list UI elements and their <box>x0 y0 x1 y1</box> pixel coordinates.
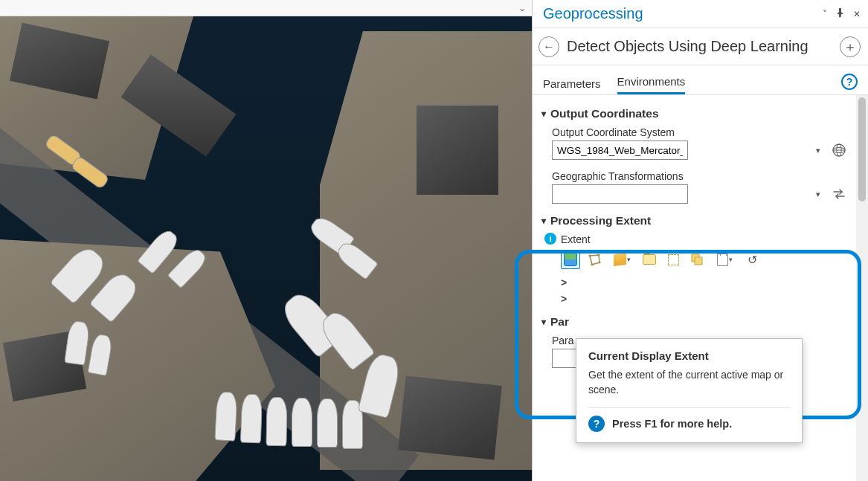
map-header: ⌄ <box>0 0 532 16</box>
info-icon[interactable]: i <box>544 233 556 245</box>
draw-extent-button[interactable] <box>585 250 604 269</box>
output-coordinate-system-label: Output Coordinate System <box>552 126 847 138</box>
chevron-down-icon: ▾ <box>541 317 546 327</box>
selection-extent-button[interactable] <box>663 250 683 269</box>
section-output-coordinates[interactable]: ▾ Output Coordinates <box>541 107 847 120</box>
tabs: Parameters Environments ? <box>533 65 868 95</box>
svg-point-5 <box>597 254 599 256</box>
panel-close-icon[interactable]: ✕ <box>853 9 861 19</box>
panel-title-bar: Geoprocessing ˅ ✕ <box>533 0 868 28</box>
clipboard-extent-button[interactable]: ▾ <box>711 250 738 269</box>
section-parallel[interactable]: ▾ Par <box>541 315 847 329</box>
transform-swap-icon[interactable] <box>831 186 847 202</box>
section-output-coordinates-label: Output Coordinates <box>550 107 659 120</box>
globe-icon[interactable] <box>831 142 847 158</box>
tool-name: Detect Objects Using Deep Learning <box>567 38 832 55</box>
dropdown-caret-icon[interactable]: ▾ <box>816 190 820 199</box>
panel-collapse-icon[interactable]: ˅ <box>823 9 827 19</box>
tooltip: Current Display Extent Get the extent of… <box>576 338 803 443</box>
reset-extent-button[interactable]: ↺ <box>742 250 762 269</box>
display-extent-icon <box>564 253 577 266</box>
chevron-right-icon: > <box>561 277 567 288</box>
tooltip-body: Get the extent of the current active map… <box>588 368 790 397</box>
svg-point-7 <box>591 263 593 265</box>
svg-rect-9 <box>695 257 702 265</box>
arrow-left-icon: ← <box>543 40 555 54</box>
tooltip-help: Press F1 for more help. <box>612 418 732 430</box>
map-viewport[interactable] <box>0 16 532 481</box>
panel-title: Geoprocessing <box>543 5 823 22</box>
svg-point-4 <box>588 254 591 256</box>
chevron-down-icon: ▾ <box>729 256 733 263</box>
add-button[interactable]: ＋ <box>840 36 861 57</box>
output-coordinate-system-input[interactable] <box>552 141 688 160</box>
selection-icon <box>668 254 679 265</box>
extent-of-layer-button[interactable]: ▾ <box>608 250 635 269</box>
union-icon <box>691 254 703 265</box>
extent-label: Extent <box>561 233 591 245</box>
chevron-down-icon: ▾ <box>627 256 631 263</box>
chevron-down-icon: ▾ <box>541 109 546 119</box>
plus-icon: ＋ <box>843 38 857 56</box>
help-icon[interactable]: ? <box>841 74 858 90</box>
vertical-scrollbar[interactable] <box>856 95 868 481</box>
extent-toolbar: ▾ ▾ ↺ <box>561 250 847 269</box>
extent-row-2[interactable]: > <box>561 293 847 305</box>
dropdown-caret-icon[interactable]: ▾ <box>816 146 820 155</box>
map-viewport-container: ⌄ <box>0 0 532 481</box>
geoprocessing-panel: Geoprocessing ˅ ✕ ← Detect Objects Using… <box>532 0 868 481</box>
chevron-down-icon: ▾ <box>541 216 546 226</box>
union-extent-button[interactable] <box>687 250 707 269</box>
map-menu-chevron-icon[interactable]: ⌄ <box>518 3 526 13</box>
layer-icon <box>614 253 626 266</box>
undo-icon: ↺ <box>748 253 757 267</box>
chevron-right-icon: > <box>561 293 567 305</box>
scrollbar-thumb[interactable] <box>858 97 866 201</box>
clipboard-icon <box>717 254 728 266</box>
back-button[interactable]: ← <box>539 36 559 57</box>
tab-parameters[interactable]: Parameters <box>543 77 601 94</box>
svg-point-6 <box>598 261 600 263</box>
geographic-transformations-input[interactable] <box>552 184 688 204</box>
extent-row-1[interactable]: > <box>561 277 847 288</box>
section-processing-extent[interactable]: ▾ Processing Extent <box>541 214 847 227</box>
geographic-transformations-label: Geographic Transformations <box>552 170 847 182</box>
tab-environments[interactable]: Environments <box>617 75 686 94</box>
tool-header: ← Detect Objects Using Deep Learning ＋ <box>533 28 868 65</box>
section-parallel-label: Par <box>550 315 569 329</box>
browse-extent-button[interactable] <box>640 250 659 269</box>
section-processing-extent-label: Processing Extent <box>550 214 651 227</box>
tooltip-title: Current Display Extent <box>588 349 790 362</box>
current-display-extent-button[interactable] <box>561 250 580 269</box>
help-question-icon: ? <box>588 416 605 432</box>
panel-pin-icon[interactable] <box>836 8 844 20</box>
folder-icon <box>643 254 656 265</box>
polygon-icon <box>588 254 601 266</box>
